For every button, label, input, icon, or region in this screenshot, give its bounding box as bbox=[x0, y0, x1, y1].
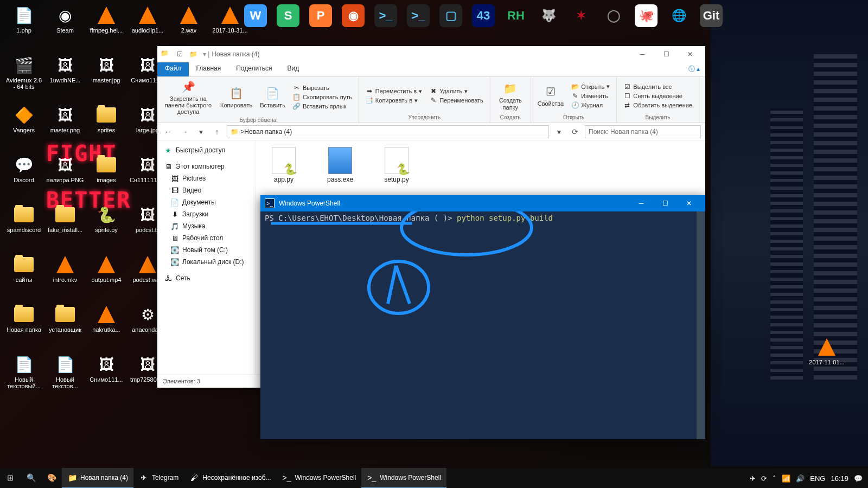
tray-notifications-icon[interactable]: 💬 bbox=[854, 474, 863, 483]
taskbar-telegram[interactable]: ✈Telegram bbox=[133, 468, 184, 487]
desktop-icon[interactable]: 2.wav bbox=[169, 4, 208, 52]
nav-desktop[interactable]: 🖥Рабочий стол bbox=[157, 232, 255, 244]
desktop-icon[interactable]: ffmpeg.hel... bbox=[87, 4, 126, 52]
desktop-icon[interactable]: nakrutka... bbox=[87, 304, 126, 351]
powershell-window[interactable]: >_ Windows PowerShell ─ ☐ ✕ PS C:\Users\… bbox=[260, 195, 705, 439]
desktop-icon[interactable]: audioclip1... bbox=[128, 4, 167, 52]
taskbar-krita[interactable]: 🎨 bbox=[41, 468, 62, 487]
ps-minimize-button[interactable]: ─ bbox=[629, 196, 653, 211]
desktop-icon[interactable]: 📄Новый текстов... bbox=[46, 354, 85, 401]
dock-splat[interactable]: ✶ bbox=[570, 4, 592, 27]
properties-button[interactable]: ☑Свойства bbox=[535, 83, 566, 108]
desktop-icon[interactable]: spamdiscord bbox=[4, 204, 43, 252]
scrollbar[interactable] bbox=[697, 211, 705, 439]
desktop-icon[interactable]: 🐍sprite.py bbox=[87, 204, 126, 252]
desktop-icon[interactable]: fake_install... bbox=[46, 204, 85, 252]
back-button[interactable]: ← bbox=[162, 125, 175, 138]
desktop-icon[interactable]: 🖼Снимо111... bbox=[87, 354, 126, 401]
pasteshortcut-button[interactable]: 🔗Вставить ярлык bbox=[291, 102, 354, 111]
delete-button[interactable]: ✖Удалить ▾ bbox=[427, 87, 486, 95]
nav-video[interactable]: 🎞Видео bbox=[157, 184, 255, 196]
copypath-button[interactable]: 📋Скопировать путь bbox=[291, 93, 354, 101]
copyto-button[interactable]: 📑Копировать в ▾ bbox=[363, 96, 424, 105]
search-input[interactable] bbox=[585, 125, 701, 138]
history-dropdown[interactable]: ▾ bbox=[194, 125, 207, 138]
taskbar-explorer[interactable]: 📁Новая папка (4) bbox=[62, 468, 133, 488]
tray-telegram-icon[interactable]: ✈ bbox=[750, 474, 756, 483]
nav-music[interactable]: 🎵Музыка bbox=[157, 220, 255, 232]
qat-folder[interactable]: 📁 bbox=[189, 50, 197, 58]
dock-chrome[interactable]: 🌐 bbox=[667, 4, 690, 27]
desktop-icon[interactable]: 📄Новый текстовый... bbox=[4, 354, 43, 401]
tray-chevron-icon[interactable]: ˄ bbox=[773, 474, 776, 483]
close-button[interactable]: ✕ bbox=[678, 47, 702, 62]
qat-check[interactable]: ☑ bbox=[177, 50, 183, 58]
breadcrumb[interactable]: 📁 > Новая папка (4) bbox=[227, 125, 549, 138]
selectall-button[interactable]: ☑Выделить все bbox=[621, 82, 694, 91]
invert-button[interactable]: ⇄Обратить выделение bbox=[621, 101, 694, 110]
dock-matrix[interactable]: 43 bbox=[472, 4, 495, 27]
tab-home[interactable]: Главная bbox=[189, 62, 229, 76]
taskbar-ps1[interactable]: >_Windows PowerShell bbox=[277, 468, 362, 487]
rename-button[interactable]: ✎Переименовать bbox=[427, 96, 486, 105]
dock-wps-p[interactable]: P bbox=[309, 4, 332, 27]
tray-wifi-icon[interactable]: 📶 bbox=[782, 474, 790, 483]
minimize-button[interactable]: ─ bbox=[630, 47, 654, 62]
ribbon-toggle[interactable]: ⓘ ▴ bbox=[683, 62, 705, 76]
desktop-icon[interactable]: сайты bbox=[4, 254, 43, 301]
paste-button[interactable]: 📄Вставить bbox=[258, 85, 288, 110]
tray-lang[interactable]: ENG bbox=[810, 474, 825, 483]
explorer-titlebar[interactable]: 📁 ☑ 📁 ▾ | Новая папка (4) ─ ☐ ✕ bbox=[157, 46, 705, 62]
desktop-icon[interactable]: 📄1.php bbox=[4, 4, 43, 52]
tray-clock[interactable]: 16:19 bbox=[831, 474, 848, 483]
newfolder-button[interactable]: 📁Создать папку bbox=[495, 80, 526, 111]
desktop-icon[interactable]: ◉Steam bbox=[46, 4, 85, 52]
nav-downloads[interactable]: ⬇Загрузки bbox=[157, 208, 255, 220]
tray-volume-icon[interactable]: 🔊 bbox=[796, 474, 805, 483]
up-button[interactable]: ↑ bbox=[210, 125, 224, 138]
maximize-button[interactable]: ☐ bbox=[654, 47, 678, 62]
nav-pane[interactable]: ★Быстрый доступ 🖥Этот компьютер 🖼Picture… bbox=[157, 141, 256, 374]
taskbar-ps2[interactable]: >_Windows PowerShell bbox=[361, 468, 446, 488]
nav-documents[interactable]: 📄Документы bbox=[157, 196, 255, 208]
desktop-icon[interactable]: 🖼master.png bbox=[46, 104, 85, 152]
desktop-icon[interactable]: sprites bbox=[87, 104, 126, 152]
cut-button[interactable]: ✂Вырезать bbox=[291, 84, 354, 92]
desktop-icon[interactable]: 🖼master.jpg bbox=[87, 54, 126, 102]
nav-pictures[interactable]: 🖼Pictures bbox=[157, 172, 255, 184]
selectnone-button[interactable]: ☐Снять выделение bbox=[621, 92, 694, 100]
taskbar-search[interactable]: 🔍 bbox=[21, 468, 41, 487]
edit-button[interactable]: ✎Изменить bbox=[569, 92, 612, 100]
desktop-icon[interactable]: 🖼1uwdhNE... bbox=[46, 54, 85, 102]
file-item[interactable]: app.py bbox=[262, 147, 305, 183]
tab-share[interactable]: Поделиться bbox=[228, 62, 279, 76]
desktop-icon[interactable]: output.mp4 bbox=[87, 254, 126, 301]
file-item[interactable]: setup.py bbox=[375, 147, 418, 183]
desktop-icon[interactable]: images bbox=[87, 154, 126, 202]
dock-github[interactable]: 🐙 bbox=[635, 4, 658, 27]
copy-button[interactable]: 📋Копировать bbox=[218, 85, 254, 110]
taskbar[interactable]: ⊞🔍🎨📁Новая папка (4)✈Telegram🖌Несохранённ… bbox=[0, 468, 868, 488]
dock-term1[interactable]: >_ bbox=[374, 4, 397, 27]
desktop-icon[interactable]: Новая папка bbox=[4, 304, 43, 351]
dock-wps-w[interactable]: W bbox=[244, 4, 267, 27]
dock-rh[interactable]: RH bbox=[505, 4, 527, 27]
dock-wolf[interactable]: 🐺 bbox=[537, 4, 560, 27]
desktop-icon[interactable]: 🎬Avidemux 2.6 - 64 bits bbox=[4, 54, 43, 102]
dock-circle[interactable]: ◯ bbox=[602, 4, 625, 27]
taskbar-paint[interactable]: 🖌Несохранённое изоб... bbox=[184, 468, 276, 487]
tray-sync-icon[interactable]: ⟳ bbox=[761, 474, 767, 483]
ps-maximize-button[interactable]: ☐ bbox=[653, 196, 677, 211]
system-tray[interactable]: ✈ ⟳ ˄ 📶 🔊 ENG 16:19 💬 bbox=[744, 474, 868, 483]
ps-close-button[interactable]: ✕ bbox=[677, 196, 701, 211]
file-item[interactable]: pass.exe bbox=[318, 147, 362, 183]
forward-button[interactable]: → bbox=[178, 125, 191, 138]
moveto-button[interactable]: ➡Переместить в ▾ bbox=[363, 87, 424, 95]
taskbar-start[interactable]: ⊞ bbox=[0, 468, 21, 487]
dock-git[interactable]: Git bbox=[700, 4, 723, 27]
powershell-body[interactable]: PS C:\Users\EHOT\Desktop\Новая папка ( )… bbox=[260, 211, 705, 439]
powershell-titlebar[interactable]: >_ Windows PowerShell ─ ☐ ✕ bbox=[260, 195, 705, 211]
desktop-icon[interactable]: 💬Discord bbox=[4, 154, 43, 202]
tab-file[interactable]: Файл bbox=[157, 62, 189, 76]
tab-view[interactable]: Вид bbox=[279, 62, 307, 76]
